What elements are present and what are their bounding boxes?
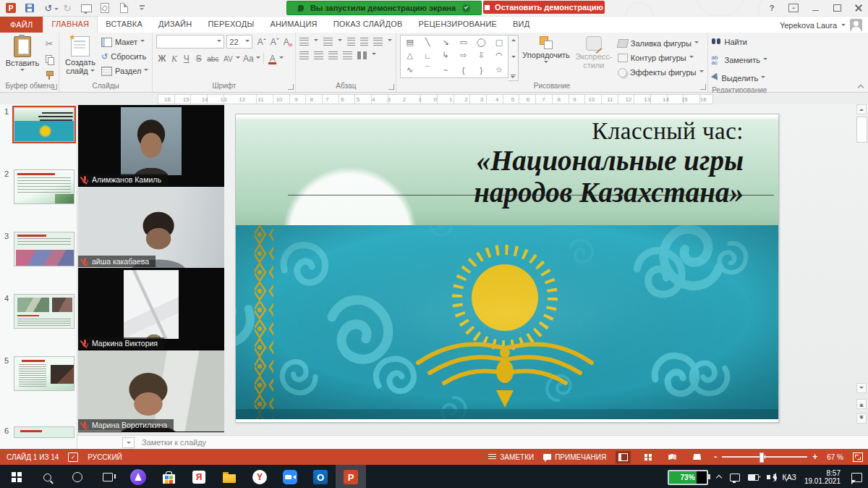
elbow-shape-icon[interactable]: ∟ [424, 51, 432, 60]
zoom-thumb[interactable] [760, 453, 764, 463]
slide-canvas[interactable]: Классный час: «Национальные игры народов… [235, 114, 779, 423]
notes-collapse-icon[interactable] [122, 437, 135, 448]
close-icon[interactable] [854, 3, 864, 13]
zoom-icon[interactable] [275, 465, 305, 488]
arc-shape-icon[interactable]: ⌒ [424, 64, 432, 75]
tab-1[interactable]: ГЛАВНАЯ [43, 16, 98, 33]
numbering-icon[interactable] [323, 38, 333, 46]
shape-fill-button[interactable]: Заливка фигуры [618, 36, 704, 51]
bold-button[interactable]: Ж [156, 54, 167, 64]
select-button[interactable]: Выделить [712, 71, 766, 85]
section-button[interactable]: Раздел [101, 64, 148, 78]
account-area[interactable]: Yepekova Laura [780, 19, 862, 31]
quick-styles-button[interactable]: Экспресс-стили [574, 35, 614, 70]
align-right-icon[interactable] [328, 51, 338, 59]
participant-video[interactable]: Маркина Виктория [78, 269, 224, 350]
scroll-up-button[interactable] [856, 104, 867, 114]
zoom-out-button[interactable]: - [714, 453, 717, 460]
undo-icon[interactable] [43, 2, 54, 14]
character-spacing-button[interactable]: AV [221, 55, 234, 63]
tab-8[interactable]: ВИД [505, 16, 537, 32]
tab-3[interactable]: ДИЗАЙН [150, 16, 200, 32]
tab-6[interactable]: ПОКАЗ СЛАЙДОВ [326, 16, 411, 32]
collapse-ribbon-icon[interactable] [858, 85, 864, 89]
redo-icon[interactable] [61, 2, 73, 14]
thumbnail-preview-5[interactable] [14, 356, 75, 391]
thumbnail-preview-4[interactable] [14, 294, 75, 329]
textbox-shape-icon[interactable]: ▤ [406, 38, 413, 47]
rectangle-shape-icon[interactable]: ▭ [459, 38, 467, 47]
arrange-button[interactable]: Упорядочить [522, 35, 569, 65]
brace-right-shape-icon[interactable]: } [480, 66, 483, 75]
font-size-combo[interactable]: 22 [226, 35, 252, 49]
notes-label[interactable]: Заметки к слайду [142, 438, 206, 447]
reading-view-button[interactable] [665, 451, 680, 463]
reset-button[interactable]: Сбросить [101, 49, 148, 64]
change-case-button[interactable]: Aa [242, 54, 255, 64]
tab-file[interactable]: ФАЙЛ [0, 17, 43, 33]
increase-indent-icon[interactable] [360, 38, 368, 46]
vertical-scrollbar[interactable] [856, 104, 867, 429]
scroll-up-icon[interactable] [511, 37, 516, 41]
keyboard-language[interactable]: ҚАЗ [783, 473, 796, 481]
volume-tray-icon[interactable] [767, 475, 770, 479]
dialog-launcher-icon[interactable] [51, 84, 57, 90]
slide-sorter-button[interactable] [640, 451, 655, 463]
triangle-shape-icon[interactable]: △ [407, 51, 412, 60]
shapes-gallery-scrollbar[interactable] [509, 35, 519, 81]
arrow-shape-icon[interactable]: ↘ [442, 38, 448, 47]
slideshow-icon[interactable] [80, 2, 92, 14]
font-color-button[interactable]: А [267, 54, 278, 64]
font-name-combo[interactable] [156, 35, 224, 49]
cut-icon[interactable] [43, 38, 55, 49]
attach-icon[interactable] [99, 2, 111, 14]
thumbnail-preview-6[interactable] [14, 426, 75, 438]
normal-view-button[interactable] [616, 451, 631, 463]
right-arrow-shape-icon[interactable]: ⇨ [460, 51, 467, 60]
rounded-rectangle-shape-icon[interactable]: ▢ [495, 38, 503, 47]
zoom-participants-panel[interactable]: Алимжанов Камильайша какабаеваМаркина Ви… [78, 105, 224, 432]
stop-sharing-button[interactable]: Остановить демонстрацию [483, 1, 605, 14]
new-slide-button[interactable]: Создатьслайд [63, 35, 98, 75]
display-tray-icon[interactable] [730, 474, 740, 481]
previous-slide-button[interactable] [856, 399, 867, 409]
participant-video[interactable]: Марина Воротилкина [78, 350, 224, 432]
tab-7[interactable]: РЕЦЕНЗИРОВАНИЕ [410, 16, 505, 32]
dialog-launcher-icon[interactable] [288, 84, 294, 90]
zoom-in-button[interactable]: + [812, 453, 817, 460]
clear-formatting-icon[interactable]: А [281, 37, 292, 47]
cortana-icon[interactable] [62, 465, 93, 488]
corner-shape-icon[interactable]: ◠ [495, 51, 503, 60]
participant-video[interactable]: Алимжанов Камиль [78, 105, 224, 187]
shapes-gallery[interactable]: ▤╲↘▭◯▢△∟↳⇨⇩◠∿⌒~{}☆ [400, 35, 509, 78]
fit-slide-icon[interactable] [853, 453, 863, 462]
layout-button[interactable]: Макет [101, 35, 148, 49]
decrease-indent-icon[interactable] [347, 38, 355, 46]
shape-effects-button[interactable]: Эффекты фигуры [618, 65, 704, 80]
battery-tray-icon[interactable] [748, 474, 759, 481]
help-icon[interactable]: ? [767, 3, 777, 13]
yandex-icon[interactable] [184, 465, 214, 488]
alice-icon[interactable] [123, 465, 153, 488]
battery-widget[interactable]: 73% [668, 470, 708, 485]
underline-button[interactable]: Ч [181, 54, 192, 64]
explorer-icon[interactable] [214, 465, 244, 488]
new-file-icon[interactable] [118, 2, 129, 14]
thumbnail-preview-2[interactable] [14, 169, 75, 204]
zoom-percentage[interactable]: 67 % [827, 453, 843, 461]
replace-button[interactable]: abacЗаменить [712, 53, 767, 67]
align-left-icon[interactable] [299, 51, 309, 59]
search-icon[interactable] [32, 465, 62, 488]
powerpoint-icon[interactable] [336, 465, 366, 488]
elbow-arrow-shape-icon[interactable]: ↳ [442, 51, 448, 60]
notes-toggle[interactable]: ЗАМЕТКИ [488, 453, 534, 461]
language-indicator[interactable]: РУССКИЙ [88, 453, 122, 461]
format-painter-icon[interactable] [45, 71, 54, 80]
outlook-icon[interactable] [305, 465, 336, 488]
start-icon[interactable] [1, 465, 32, 488]
tray-expand-icon[interactable] [716, 474, 722, 480]
tab-5[interactable]: АНИМАЦИЯ [262, 16, 325, 32]
align-center-icon[interactable] [314, 51, 323, 59]
thumbnail-preview-1[interactable] [14, 107, 75, 142]
down-arrow-shape-icon[interactable]: ⇩ [478, 51, 485, 60]
